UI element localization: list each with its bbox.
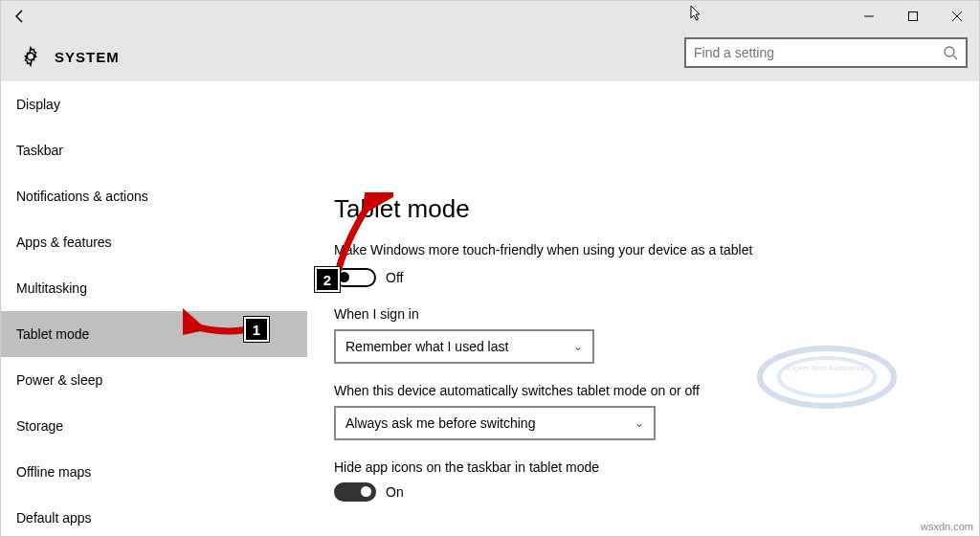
annotation-badge-2: 2	[315, 267, 340, 292]
content-panel: Expert Tech Assistance! Tablet mode Make…	[307, 81, 979, 536]
setting-description: Make Windows more touch-friendly when us…	[334, 241, 755, 260]
toggle-state-label: On	[386, 484, 404, 500]
sidebar-item-default-apps[interactable]: Default apps	[1, 495, 307, 537]
titlebar	[1, 1, 979, 32]
auto-switch-label: When this device automatically switches …	[334, 383, 952, 398]
signin-select[interactable]: Remember what I used last ⌄	[334, 329, 594, 364]
page-category-title: SYSTEM	[55, 49, 120, 65]
sidebar-item-storage[interactable]: Storage	[1, 403, 307, 449]
minimize-button[interactable]	[847, 1, 891, 32]
sidebar-item-label: Apps & features	[16, 235, 112, 250]
select-value: Always ask me before switching	[345, 415, 535, 431]
sidebar-item-label: Storage	[16, 418, 63, 434]
page-heading: Tablet mode	[334, 194, 952, 224]
svg-text:Expert Tech Assistance!: Expert Tech Assistance!	[787, 364, 868, 372]
hide-icons-label: Hide app icons on the taskbar in tablet …	[334, 459, 952, 475]
toggle-state-label: Off	[386, 270, 403, 285]
chevron-down-icon: ⌄	[635, 416, 644, 430]
back-button[interactable]	[1, 1, 39, 32]
cursor-icon	[690, 5, 703, 22]
sidebar-item-label: Taskbar	[16, 143, 63, 158]
svg-point-4	[945, 47, 954, 56]
watermark-text: wsxdn.com	[921, 521, 973, 532]
gear-icon	[20, 46, 41, 67]
sidebar-item-label: Display	[16, 97, 60, 112]
sidebar-item-apps[interactable]: Apps & features	[1, 219, 307, 265]
hide-icons-toggle[interactable]	[334, 482, 376, 502]
annotation-badge-1: 1	[244, 317, 269, 342]
watermark-logo: Expert Tech Assistance!	[746, 334, 908, 420]
svg-rect-1	[909, 12, 918, 21]
search-input[interactable]	[694, 45, 943, 60]
signin-label: When I sign in	[334, 306, 952, 322]
sidebar-item-label: Power & sleep	[16, 372, 102, 388]
sidebar-item-offline-maps[interactable]: Offline maps	[1, 449, 307, 495]
search-icon	[943, 45, 958, 60]
select-value: Remember what I used last	[345, 339, 508, 354]
sidebar-item-label: Tablet mode	[16, 326, 89, 342]
sidebar-item-display[interactable]: Display	[1, 81, 307, 127]
maximize-button[interactable]	[891, 1, 935, 32]
svg-line-5	[953, 56, 957, 59]
sidebar-item-label: Default apps	[16, 510, 92, 526]
auto-switch-select[interactable]: Always ask me before switching ⌄	[334, 406, 656, 440]
sidebar-item-label: Offline maps	[16, 464, 91, 480]
sidebar-item-power[interactable]: Power & sleep	[1, 357, 307, 403]
sidebar-item-taskbar[interactable]: Taskbar	[1, 127, 307, 173]
header: SYSTEM	[1, 32, 979, 81]
sidebar-item-label: Notifications & actions	[16, 189, 148, 204]
search-box[interactable]	[684, 37, 968, 68]
sidebar: Display Taskbar Notifications & actions …	[1, 81, 307, 536]
tablet-mode-toggle[interactable]	[334, 268, 376, 287]
chevron-down-icon: ⌄	[573, 340, 583, 353]
sidebar-item-label: Multitasking	[16, 280, 87, 296]
sidebar-item-notifications[interactable]: Notifications & actions	[1, 173, 307, 219]
close-button[interactable]	[935, 1, 979, 32]
sidebar-item-multitasking[interactable]: Multitasking	[1, 265, 307, 311]
